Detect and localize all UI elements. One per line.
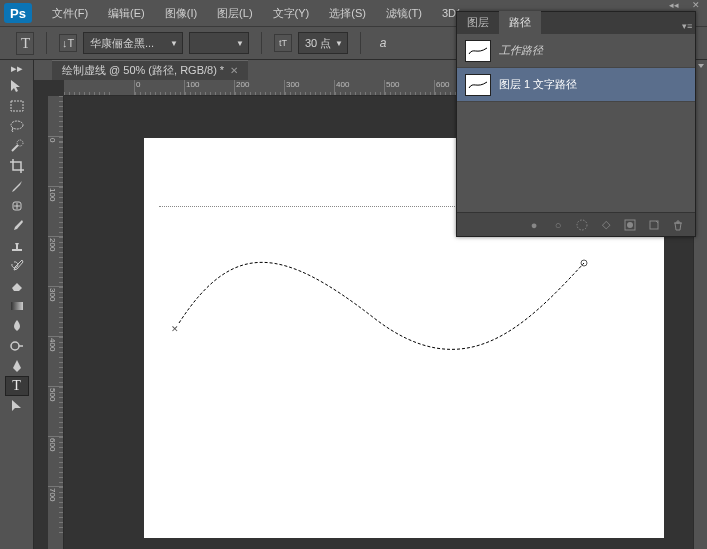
ruler-tick: 0 — [134, 80, 184, 96]
anti-alias-icon[interactable]: a — [373, 36, 393, 50]
divider — [360, 32, 361, 54]
crop-tool[interactable] — [5, 156, 29, 176]
quick-select-tool[interactable] — [5, 136, 29, 156]
menu-select[interactable]: 选择(S) — [319, 2, 376, 25]
app-logo[interactable]: Ps — [4, 3, 32, 23]
trash-icon[interactable] — [671, 218, 685, 232]
document-tab[interactable]: 绘制虚线 @ 50% (路径, RGB/8) * ✕ — [52, 60, 248, 80]
svg-text:✕: ✕ — [171, 324, 179, 334]
fill-path-icon[interactable]: ● — [527, 218, 541, 232]
path-select-tool[interactable] — [5, 396, 29, 416]
font-size-value: 30 点 — [305, 36, 331, 51]
collapse-right-icon[interactable]: ◂◂ — [663, 0, 685, 10]
chevron-down-icon: ▼ — [333, 39, 345, 48]
close-icon[interactable]: ✕ — [230, 65, 238, 76]
tool-panel: ▸▸ T — [0, 60, 34, 549]
ruler-tick: 400 — [48, 336, 63, 386]
add-mask-icon[interactable] — [623, 218, 637, 232]
chevron-down-icon: ▼ — [234, 39, 246, 48]
panel-empty-area[interactable] — [457, 102, 695, 212]
divider — [46, 32, 47, 54]
make-work-path-icon[interactable]: ◇ — [599, 218, 613, 232]
svg-point-1 — [11, 121, 23, 129]
path-item-layer1-text[interactable]: 图层 1 文字路径 — [457, 68, 695, 102]
type-tool[interactable]: T — [5, 376, 29, 396]
document-tab-title: 绘制虚线 @ 50% (路径, RGB/8) * — [62, 63, 224, 78]
menu-file[interactable]: 文件(F) — [42, 2, 98, 25]
svg-rect-0 — [11, 101, 23, 111]
panel-tabs: 图层 路径 ▾≡ — [457, 12, 695, 34]
marquee-tool[interactable] — [5, 96, 29, 116]
dodge-tool[interactable] — [5, 336, 29, 356]
ruler-tick: 0 — [48, 136, 63, 186]
tab-layers[interactable]: 图层 — [457, 11, 499, 34]
path-thumbnail — [465, 74, 491, 96]
pen-tool[interactable] — [5, 356, 29, 376]
font-family-dropdown[interactable]: 华康俪金黑... ▼ — [83, 32, 183, 54]
svg-point-11 — [627, 222, 633, 228]
text-orientation-toggle[interactable]: ↓T — [59, 34, 77, 52]
svg-point-2 — [17, 140, 23, 146]
ruler-tick: 300 — [48, 286, 63, 336]
divider — [261, 32, 262, 54]
svg-rect-5 — [11, 302, 23, 310]
eraser-tool[interactable] — [5, 276, 29, 296]
expand-tools-icon[interactable]: ▸▸ — [12, 64, 22, 72]
ruler-vertical[interactable]: 0 100 200 300 400 500 600 700 — [48, 96, 64, 549]
menu-filter[interactable]: 滤镜(T) — [376, 2, 432, 25]
brush-tool[interactable] — [5, 216, 29, 236]
tab-paths[interactable]: 路径 — [499, 11, 541, 34]
stroke-path-icon[interactable]: ○ — [551, 218, 565, 232]
history-brush-tool[interactable] — [5, 256, 29, 276]
menu-image[interactable]: 图像(I) — [155, 2, 207, 25]
path-to-selection-icon[interactable] — [575, 218, 589, 232]
svg-point-6 — [11, 342, 19, 350]
chevron-down-icon: ▼ — [168, 39, 180, 48]
panel-body: 工作路径 图层 1 文字路径 — [457, 34, 695, 212]
path-item-work[interactable]: 工作路径 — [457, 34, 695, 68]
font-style-dropdown[interactable]: ▼ — [189, 32, 249, 54]
tool-preset-icon[interactable]: T — [16, 32, 34, 55]
healing-tool[interactable] — [5, 196, 29, 216]
menu-type[interactable]: 文字(Y) — [263, 2, 320, 25]
path-item-label: 工作路径 — [499, 43, 543, 58]
panel-menu-icon[interactable]: ▾≡ — [679, 18, 695, 34]
font-family-value: 华康俪金黑... — [90, 36, 154, 51]
svg-rect-4 — [12, 249, 22, 251]
expand-icon[interactable] — [698, 64, 704, 70]
lasso-tool[interactable] — [5, 116, 29, 136]
ruler-tick: 200 — [48, 236, 63, 286]
ruler-tick: 700 — [48, 486, 63, 536]
menu-edit[interactable]: 编辑(E) — [98, 2, 155, 25]
stamp-tool[interactable] — [5, 236, 29, 256]
svg-point-9 — [577, 220, 587, 230]
font-size-dropdown[interactable]: 30 点 ▼ — [298, 32, 348, 54]
panel-footer: ● ○ ◇ — [457, 212, 695, 236]
eyedropper-tool[interactable] — [5, 176, 29, 196]
ruler-tick: 500 — [384, 80, 434, 96]
gradient-tool[interactable] — [5, 296, 29, 316]
font-size-icon[interactable]: tT — [274, 34, 292, 52]
ruler-tick: 300 — [284, 80, 334, 96]
ruler-tick: 500 — [48, 386, 63, 436]
menu-layer[interactable]: 图层(L) — [207, 2, 262, 25]
blur-tool[interactable] — [5, 316, 29, 336]
close-icon[interactable]: ✕ — [685, 0, 707, 10]
ruler-tick: 100 — [184, 80, 234, 96]
ruler-tick: 400 — [334, 80, 384, 96]
move-tool[interactable] — [5, 76, 29, 96]
ruler-tick: 200 — [234, 80, 284, 96]
ruler-tick: 600 — [48, 436, 63, 486]
paths-panel[interactable]: 图层 路径 ▾≡ 工作路径 图层 1 文字路径 ● ○ ◇ — [456, 11, 696, 237]
window-controls: ◂◂ ✕ — [663, 0, 707, 10]
path-item-label: 图层 1 文字路径 — [499, 77, 577, 92]
new-path-icon[interactable] — [647, 218, 661, 232]
path-thumbnail — [465, 40, 491, 62]
ruler-tick: 100 — [48, 186, 63, 236]
